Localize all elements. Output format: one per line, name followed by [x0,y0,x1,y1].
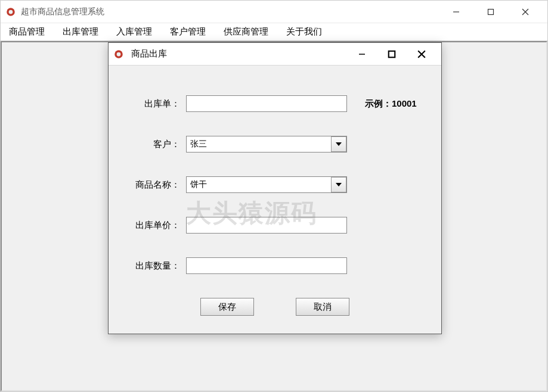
dialog-title: 商品出库 [131,48,347,60]
menu-outbound[interactable]: 出库管理 [60,25,101,39]
menu-customers[interactable]: 客户管理 [168,25,208,39]
main-window: 超市商品信息管理系统 商品管理 出库管理 入库管理 客户管理 供应商管理 关于我… [0,0,548,392]
svg-rect-9 [389,51,395,57]
menu-inbound[interactable]: 入库管理 [114,25,154,39]
svg-marker-13 [336,183,342,186]
maximize-button[interactable] [473,2,508,21]
dialog-controls [347,45,436,64]
outbound-dialog: 商品出库 大头猿源码 出库单： [108,42,442,334]
main-window-title: 超市商品信息管理系统 [21,7,439,17]
app-icon [5,7,16,17]
dialog-close-button[interactable] [407,45,436,64]
input-quantity[interactable] [186,257,347,274]
label-price: 出库单价： [126,220,186,231]
row-order: 出库单： 示例：10001 [126,95,423,112]
dialog-maximize-button[interactable] [377,45,407,64]
chevron-down-icon[interactable] [331,177,346,192]
select-product[interactable]: 饼干 [186,176,347,193]
select-customer[interactable]: 张三 [186,136,347,153]
close-button[interactable] [508,2,543,21]
cancel-button[interactable]: 取消 [296,298,349,316]
label-customer: 客户： [126,139,186,150]
menu-about[interactable]: 关于我们 [284,25,324,39]
minimize-button[interactable] [439,2,473,21]
row-product: 商品名称： 饼干 [126,176,423,193]
main-titlebar: 超市商品信息管理系统 [1,1,547,23]
menu-suppliers[interactable]: 供应商管理 [221,25,271,39]
label-order: 出库单： [126,98,186,110]
svg-marker-12 [336,142,342,146]
input-price[interactable] [186,217,347,234]
save-button[interactable]: 保存 [200,298,254,316]
content-area: 商品出库 大头猿源码 出库单： [1,41,547,391]
dialog-body: 大头猿源码 出库单： 示例：10001 客户： 张三 [109,66,441,334]
menubar: 商品管理 出库管理 入库管理 客户管理 供应商管理 关于我们 [1,23,547,41]
svg-point-7 [117,52,121,56]
row-customer: 客户： 张三 [126,136,423,153]
select-product-value: 饼干 [187,179,331,190]
label-quantity: 出库数量： [126,260,186,272]
dialog-minimize-button[interactable] [347,45,377,64]
chevron-down-icon[interactable] [331,136,346,152]
row-price: 出库单价： [126,217,423,234]
dialog-icon [113,49,124,60]
hint-order: 示例：10001 [365,98,417,110]
menu-products[interactable]: 商品管理 [7,25,47,39]
select-customer-value: 张三 [187,139,331,150]
svg-point-1 [9,10,13,14]
svg-rect-3 [488,9,494,14]
row-quantity: 出库数量： [126,257,423,274]
main-window-controls [439,2,543,21]
button-row: 保存 取消 [126,298,423,316]
label-product: 商品名称： [126,179,186,191]
dialog-titlebar: 商品出库 [109,43,441,66]
input-order[interactable] [186,95,347,112]
